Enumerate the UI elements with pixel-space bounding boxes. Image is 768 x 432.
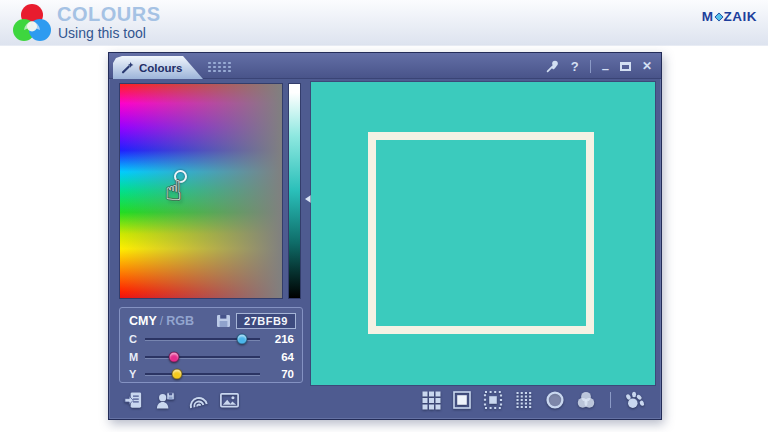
slider-label: C <box>129 333 143 345</box>
filled-square-button[interactable] <box>451 389 473 411</box>
slider-value: 64 <box>268 351 294 363</box>
dashed-square-button[interactable] <box>482 389 504 411</box>
slider-row-cyan: C 216 <box>129 331 294 347</box>
canvas-rectangle <box>368 132 594 334</box>
dashed-square-icon <box>483 390 503 410</box>
tab-colours[interactable]: Colours <box>113 56 203 79</box>
toolbar-left <box>122 389 240 411</box>
color-values-panel: CMY / RGB 27BFB9 C 216 M <box>119 307 303 383</box>
user-save-button[interactable] <box>154 389 176 411</box>
floppy-disk-icon <box>216 314 231 328</box>
page-title: COLOURS <box>57 3 161 26</box>
mode-separator: / <box>160 314 163 328</box>
notebook-icon <box>123 390 144 411</box>
save-color-button[interactable] <box>216 314 231 328</box>
grid-pattern-button[interactable] <box>420 389 442 411</box>
hand-cursor <box>164 170 200 212</box>
yellow-slider-knob[interactable] <box>171 368 182 379</box>
minimize-button[interactable]: – <box>602 62 609 75</box>
cyan-slider-track[interactable] <box>145 333 260 346</box>
notebook-button[interactable] <box>122 389 144 411</box>
cyan-slider-knob[interactable] <box>237 333 248 344</box>
slider-row-yellow: Y 70 <box>129 366 294 382</box>
magenta-slider-track[interactable] <box>145 351 260 364</box>
brightness-slider[interactable] <box>288 83 301 299</box>
filled-square-icon <box>452 390 472 410</box>
hex-value-field[interactable]: 27BFB9 <box>236 313 296 329</box>
mozaik-logo: M ZAIK <box>702 9 757 24</box>
rainbow-button[interactable] <box>186 389 208 411</box>
magenta-slider-knob[interactable] <box>168 351 179 362</box>
close-button[interactable]: ✕ <box>642 60 652 72</box>
maximize-button[interactable] <box>620 62 631 71</box>
drag-grip[interactable] <box>207 61 232 72</box>
rainbow-icon <box>187 390 208 411</box>
toolbar-right <box>420 389 646 411</box>
brand-suffix: ZAIK <box>724 9 758 24</box>
hand-tool-icon <box>624 389 646 412</box>
page-subtitle: Using this tool <box>58 25 146 41</box>
diamond-icon <box>714 12 723 21</box>
colours-window: Colours ? – ✕ CMY / RGB <box>108 52 662 420</box>
tab-label: Colours <box>139 62 182 74</box>
color-circles-button[interactable] <box>575 389 597 411</box>
drawing-canvas[interactable] <box>311 82 655 385</box>
color-circles-icon <box>576 390 596 410</box>
colours-logo-icon <box>10 3 54 44</box>
pin-icon[interactable] <box>545 59 560 74</box>
slider-value: 216 <box>268 333 294 345</box>
ellipse-icon <box>545 390 565 410</box>
slider-row-magenta: M 64 <box>129 349 294 365</box>
brand-prefix: M <box>702 9 714 24</box>
dotted-grid-button[interactable] <box>513 389 535 411</box>
page-header: COLOURS Using this tool M ZAIK <box>0 0 768 46</box>
controls-divider <box>590 60 591 73</box>
slider-label: M <box>129 351 143 363</box>
dotted-grid-icon <box>514 390 534 410</box>
help-button[interactable]: ? <box>571 60 579 73</box>
window-titlebar: Colours ? – ✕ <box>109 53 661 79</box>
image-button[interactable] <box>218 389 240 411</box>
ellipse-button[interactable] <box>544 389 566 411</box>
hand-cursor-icon <box>165 174 182 207</box>
grid-icon <box>421 390 441 410</box>
mode-rgb[interactable]: RGB <box>166 314 194 328</box>
wand-icon <box>121 61 134 74</box>
slider-label: Y <box>129 368 143 380</box>
image-icon <box>219 390 240 411</box>
slider-value: 70 <box>268 368 294 380</box>
user-save-icon <box>155 390 176 411</box>
yellow-slider-track[interactable] <box>145 368 260 381</box>
mode-cmy[interactable]: CMY <box>129 314 157 328</box>
color-gradient-field[interactable] <box>119 83 283 299</box>
hand-tool-button[interactable] <box>624 389 646 411</box>
toolbar-divider <box>610 392 611 408</box>
